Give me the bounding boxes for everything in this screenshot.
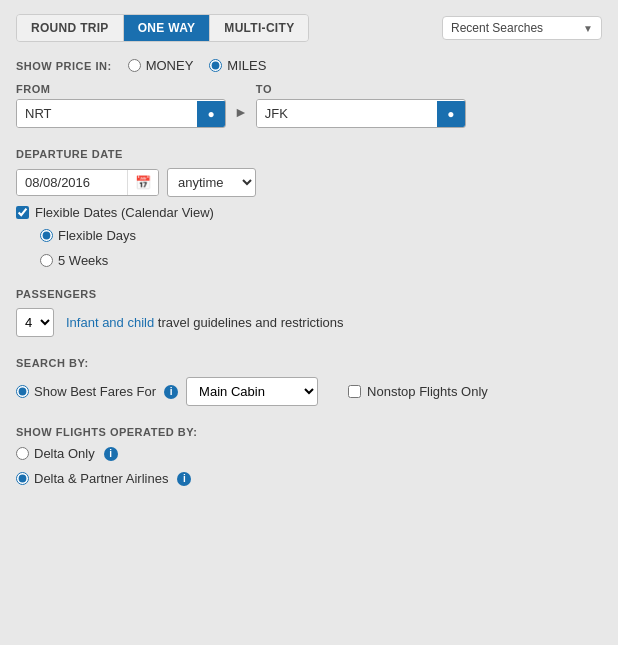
passengers-row: 1234 56789 Infant and child travel guide… bbox=[16, 308, 602, 337]
delta-partner-label: Delta & Partner Airlines bbox=[34, 471, 168, 486]
delta-partner-info-icon[interactable]: i bbox=[177, 472, 191, 486]
to-input-wrapper: ● bbox=[256, 99, 466, 128]
operated-by-label: SHOW FLIGHTS OPERATED BY: bbox=[16, 426, 602, 438]
delta-only-label: Delta Only bbox=[34, 446, 95, 461]
to-field-group: TO ● bbox=[256, 83, 466, 128]
delta-only-option[interactable]: Delta Only i bbox=[16, 446, 602, 461]
nonstop-checkbox[interactable] bbox=[348, 385, 361, 398]
price-money-label: MONEY bbox=[146, 58, 194, 73]
anytime-select[interactable]: anytime morning afternoon evening bbox=[168, 169, 255, 196]
one-way-button[interactable]: ONE WAY bbox=[124, 15, 211, 41]
infant-child-link[interactable]: Infant and child bbox=[66, 315, 154, 330]
recent-searches-arrow: ▼ bbox=[583, 23, 593, 34]
price-money-radio[interactable] bbox=[128, 59, 141, 72]
trip-type-buttons: ROUND TRIP ONE WAY MULTI-CITY bbox=[16, 14, 309, 42]
from-to-row: FROM ● ► TO ● bbox=[16, 83, 602, 128]
recent-searches-dropdown[interactable]: Recent Searches ▼ bbox=[442, 16, 602, 40]
from-location-icon: ● bbox=[197, 101, 225, 127]
best-fares-left: Show Best Fares For i Main Cabin First C… bbox=[16, 377, 318, 406]
nonstop-row: Nonstop Flights Only bbox=[348, 384, 488, 399]
multi-city-button[interactable]: MULTI-CITY bbox=[210, 15, 308, 41]
price-miles-radio[interactable] bbox=[209, 59, 222, 72]
price-money-option[interactable]: MONEY bbox=[128, 58, 194, 73]
date-input[interactable] bbox=[17, 170, 127, 195]
flexible-dates-label[interactable]: Flexible Dates (Calendar View) bbox=[35, 205, 214, 220]
cabin-select[interactable]: Main Cabin First Class Business Class Ec… bbox=[187, 378, 317, 405]
show-price-section: SHOW PRICE IN: MONEY MILES bbox=[16, 58, 602, 73]
round-trip-button[interactable]: ROUND TRIP bbox=[17, 15, 124, 41]
passengers-info-text: Infant and child travel guidelines and r… bbox=[66, 315, 344, 330]
price-miles-option[interactable]: MILES bbox=[209, 58, 266, 73]
operated-options: Delta Only i Delta & Partner Airlines i bbox=[16, 446, 602, 486]
passengers-select-wrapper: 1234 56789 bbox=[16, 308, 54, 337]
to-input[interactable] bbox=[257, 100, 437, 127]
flexible-days-label: Flexible Days bbox=[58, 228, 136, 243]
price-miles-label: MILES bbox=[227, 58, 266, 73]
flight-search-form: ROUND TRIP ONE WAY MULTI-CITY Recent Sea… bbox=[0, 0, 618, 500]
best-fares-radio[interactable] bbox=[16, 385, 29, 398]
search-by-label: SEARCH BY: bbox=[16, 357, 602, 369]
five-weeks-label: 5 Weeks bbox=[58, 253, 108, 268]
best-fares-info-icon[interactable]: i bbox=[164, 385, 178, 399]
search-by-section: SEARCH BY: Show Best Fares For i Main Ca… bbox=[16, 357, 602, 406]
best-fares-label: Show Best Fares For bbox=[34, 384, 156, 399]
five-weeks-option[interactable]: 5 Weeks bbox=[40, 253, 602, 268]
recent-searches-label: Recent Searches bbox=[451, 21, 543, 35]
passengers-trailing-text2: travel guidelines and restrictions bbox=[158, 315, 344, 330]
passengers-section: PASSENGERS 1234 56789 Infant and child t… bbox=[16, 288, 602, 337]
from-input[interactable] bbox=[17, 100, 197, 127]
delta-only-info-icon[interactable]: i bbox=[104, 447, 118, 461]
to-location-icon: ● bbox=[437, 101, 465, 127]
anytime-select-wrapper: anytime morning afternoon evening bbox=[167, 168, 256, 197]
operated-section: SHOW FLIGHTS OPERATED BY: Delta Only i D… bbox=[16, 426, 602, 486]
direction-arrow: ► bbox=[234, 104, 248, 128]
flexible-options: Flexible Days 5 Weeks bbox=[40, 228, 602, 268]
delta-partner-option[interactable]: Delta & Partner Airlines i bbox=[16, 471, 602, 486]
best-fares-radio-label[interactable]: Show Best Fares For bbox=[16, 384, 156, 399]
trip-type-bar: ROUND TRIP ONE WAY MULTI-CITY Recent Sea… bbox=[16, 14, 602, 42]
from-label: FROM bbox=[16, 83, 226, 95]
date-row: 📅 anytime morning afternoon evening bbox=[16, 168, 602, 197]
passengers-label: PASSENGERS bbox=[16, 288, 602, 300]
from-field-group: FROM ● bbox=[16, 83, 226, 128]
cabin-select-wrapper: Main Cabin First Class Business Class Ec… bbox=[186, 377, 318, 406]
flexible-days-option[interactable]: Flexible Days bbox=[40, 228, 602, 243]
five-weeks-radio[interactable] bbox=[40, 254, 53, 267]
flexible-days-radio[interactable] bbox=[40, 229, 53, 242]
from-input-wrapper: ● bbox=[16, 99, 226, 128]
calendar-icon[interactable]: 📅 bbox=[127, 170, 158, 195]
search-by-row: Show Best Fares For i Main Cabin First C… bbox=[16, 377, 602, 406]
departure-section: DEPARTURE DATE 📅 anytime morning afterno… bbox=[16, 148, 602, 268]
flexible-dates-row: Flexible Dates (Calendar View) bbox=[16, 205, 602, 220]
to-label: TO bbox=[256, 83, 466, 95]
departure-date-label: DEPARTURE DATE bbox=[16, 148, 602, 160]
delta-only-radio[interactable] bbox=[16, 447, 29, 460]
show-price-row: SHOW PRICE IN: MONEY MILES bbox=[16, 58, 602, 73]
date-input-wrapper: 📅 bbox=[16, 169, 159, 196]
nonstop-label[interactable]: Nonstop Flights Only bbox=[367, 384, 488, 399]
delta-partner-radio[interactable] bbox=[16, 472, 29, 485]
flexible-dates-checkbox[interactable] bbox=[16, 206, 29, 219]
show-price-label: SHOW PRICE IN: bbox=[16, 60, 112, 72]
passengers-select[interactable]: 1234 56789 bbox=[17, 309, 53, 336]
